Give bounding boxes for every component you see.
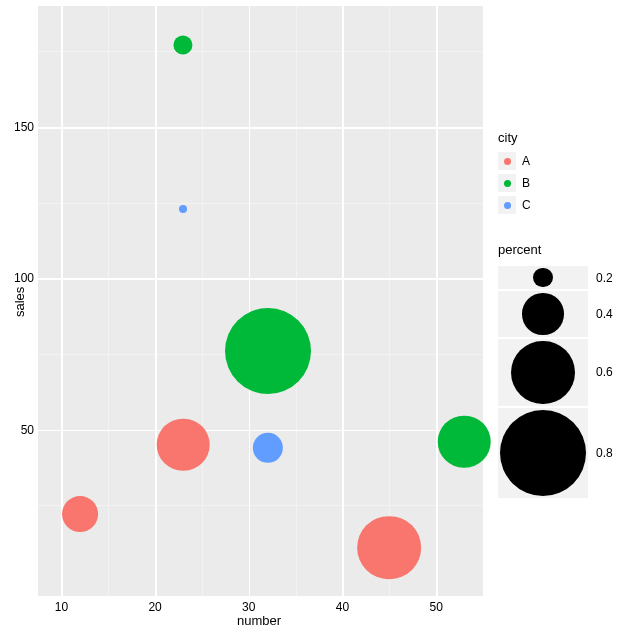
legend-size-swatch [498,339,588,407]
grid-major-v [249,6,251,596]
legend-color-label: B [522,176,530,190]
legend-size-title: percent [498,242,541,257]
legend-color-swatch [498,174,516,192]
y-axis-title: sales [12,287,27,317]
grid-minor-v [202,6,203,596]
data-point [157,418,210,471]
data-point [179,205,187,213]
legend-size-swatch [498,266,588,289]
legend-size-label: 0.2 [596,271,613,285]
x-tick-label: 20 [148,600,161,614]
x-tick-label: 30 [242,600,255,614]
grid-minor-v [389,6,390,596]
legend-size-swatch [498,408,588,498]
legend-color-dot [504,180,511,187]
grid-major-h [38,430,483,432]
grid-major-v [342,6,344,596]
legend-size-dot [522,293,563,334]
data-point [225,308,311,394]
grid-minor-h [38,505,483,506]
legend-color-swatch [498,196,516,214]
legend-size-label: 0.8 [596,446,613,460]
grid-major-h [38,127,483,129]
grid-major-v [155,6,157,596]
data-point [357,516,421,580]
legend-color-swatch [498,152,516,170]
chart: sales number city ABC percent 0.20.40.60… [0,0,634,633]
legend-color-label: C [522,198,531,212]
data-point [438,415,491,468]
legend-color-label: A [522,154,530,168]
data-point [62,496,98,532]
x-tick-label: 50 [429,600,442,614]
x-axis-title: number [237,613,281,628]
legend-color-dot [504,158,511,165]
x-tick-label: 10 [55,600,68,614]
grid-minor-h [38,203,483,204]
grid-minor-h [38,51,483,52]
legend-size-label: 0.6 [596,365,613,379]
plot-area [38,6,483,596]
legend-size-swatch [498,291,588,336]
legend-color-dot [504,202,511,209]
legend-size-label: 0.4 [596,307,613,321]
legend-color-title: city [498,130,518,145]
data-point [252,433,282,463]
grid-major-v [436,6,438,596]
legend-size-dot [533,268,552,287]
y-tick-label: 100 [10,271,34,285]
legend-size-dot [511,341,575,405]
grid-minor-v [108,6,109,596]
grid-major-h [38,278,483,280]
y-tick-label: 150 [10,120,34,134]
grid-minor-v [296,6,297,596]
x-tick-label: 40 [336,600,349,614]
y-tick-label: 50 [10,423,34,437]
legend-size-dot [500,410,586,496]
